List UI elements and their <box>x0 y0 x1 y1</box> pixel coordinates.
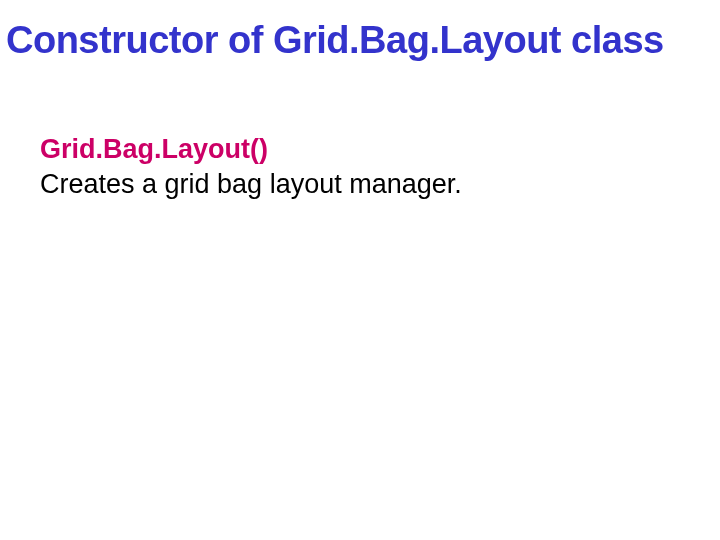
slide-content: Grid.Bag.Layout() Creates a grid bag lay… <box>0 132 720 202</box>
slide-title: Constructor of Grid.Bag.Layout class <box>0 20 720 62</box>
constructor-description: Creates a grid bag layout manager. <box>40 167 720 202</box>
slide-container: Constructor of Grid.Bag.Layout class Gri… <box>0 0 720 540</box>
constructor-name: Grid.Bag.Layout() <box>40 132 720 167</box>
